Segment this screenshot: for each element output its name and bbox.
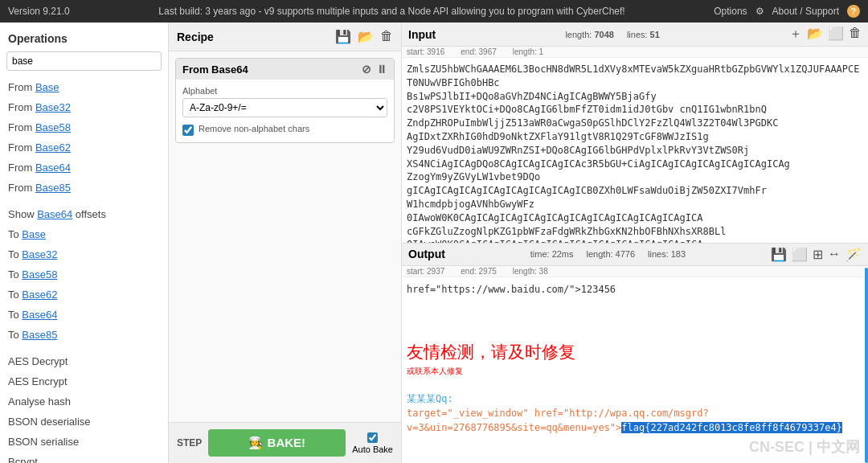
delete-recipe-icon[interactable]: 🗑 xyxy=(380,29,393,44)
input-stat-length: length: 7048 xyxy=(565,30,614,39)
recipe-empty-space xyxy=(169,150,401,422)
sidebar-item-to-base85[interactable]: To Base85 xyxy=(0,325,168,345)
output-pos-length: length: 38 xyxy=(513,267,548,276)
recipe-header-icons: 💾 📂 🗑 xyxy=(335,29,393,44)
sidebar-item-from-base85[interactable]: From Base85 xyxy=(0,178,168,198)
bake-button[interactable]: 🧑‍🍳 BAKE! xyxy=(208,429,346,457)
output-stat-lines: lines: 183 xyxy=(648,249,686,259)
sidebar-item-to-base62[interactable]: To Base62 xyxy=(0,285,168,305)
input-copy-icon[interactable]: ⬜ xyxy=(828,26,844,43)
output-line xyxy=(407,435,863,463)
auto-bake-wrap: Auto Bake xyxy=(352,432,393,454)
build-info: Last build: 3 years ago - v9 supports mu… xyxy=(158,6,624,17)
sidebar-item-show-base64-offsets[interactable]: Show Base64 offsets xyxy=(0,204,168,224)
input-title: Input xyxy=(408,28,436,41)
output-stats: time: 22ms length: 4776 lines: 183 xyxy=(530,249,686,259)
sidebar: Operations From Base From Base32 From Ba… xyxy=(0,23,169,463)
output-title: Output xyxy=(408,248,445,260)
auto-bake-label: Auto Bake xyxy=(352,445,393,454)
input-pos-length: length: 1 xyxy=(513,47,543,56)
input-pos-end: end: 3967 xyxy=(461,47,497,56)
output-stat-time: time: 22ms xyxy=(530,249,574,259)
sidebar-item-aes-encrypt[interactable]: AES Encrypt xyxy=(0,371,168,391)
load-recipe-icon[interactable]: 📂 xyxy=(358,29,374,44)
sidebar-item-from-base58[interactable]: From Base58 xyxy=(0,117,168,137)
right-panel: Input length: 7048 lines: 51 ＋ 📂 ⬜ 🗑 sta… xyxy=(402,23,868,463)
output-line: 某某某Qq: target="_view_window" href="http:… xyxy=(407,391,863,463)
step-name: From Base64 xyxy=(182,64,248,76)
output-line: 友情检测，请及时修复 xyxy=(407,340,863,366)
alphabet-select[interactable]: A-Za-z0-9+/= xyxy=(182,98,387,117)
sidebar-item-from-base64[interactable]: From Base64 xyxy=(0,158,168,178)
output-line: v=3&uin=2768776895&site=qq&menu=yes">fla… xyxy=(407,420,863,435)
sidebar-item-bcrypt[interactable]: Bcrypt xyxy=(0,452,168,463)
recipe-title: Recipe xyxy=(177,31,214,43)
sidebar-item-to-base58[interactable]: To Base58 xyxy=(0,264,168,285)
output-header: Output time: 22ms length: 4776 lines: 18… xyxy=(402,244,868,266)
right-links: Options ⚙ About / Support ? xyxy=(714,5,860,18)
disable-step-icon[interactable]: ⊘ xyxy=(362,63,371,76)
remove-nonalpha-checkbox[interactable] xyxy=(182,125,194,136)
recipe-step-header: From Base64 ⊘ ⏸ xyxy=(176,59,394,80)
output-icons: 💾 ⬜ ⊞ ↔ 🪄 xyxy=(771,247,862,262)
output-line xyxy=(407,377,863,391)
step-icons: ⊘ ⏸ xyxy=(362,63,387,76)
pause-step-icon[interactable]: ⏸ xyxy=(376,63,387,76)
output-pos-start: start: 2937 xyxy=(407,267,444,276)
input-pos-start: start: 3916 xyxy=(407,47,444,56)
output-save-icon[interactable]: 💾 xyxy=(771,247,787,262)
help-icon[interactable]: ? xyxy=(847,5,860,18)
output-magic-icon[interactable]: 🪄 xyxy=(845,247,862,262)
sidebar-item-analyse-hash[interactable]: Analyse hash xyxy=(0,391,168,412)
sidebar-title: Operations xyxy=(0,23,168,51)
step-label: STEP xyxy=(177,437,202,449)
recipe-step-body: Alphabet A-Za-z0-9+/= Remove non-alphabe… xyxy=(176,80,394,142)
sidebar-item-bson-serialise[interactable]: BSON serialise xyxy=(0,432,168,452)
output-line: 或联系本人修复 xyxy=(407,365,863,377)
main-layout: Operations From Base From Base32 From Ba… xyxy=(0,23,868,463)
sidebar-item-to-base[interactable]: To Base xyxy=(0,224,168,244)
output-line xyxy=(407,297,863,326)
output-maximise-icon[interactable]: ↔ xyxy=(828,247,841,262)
sidebar-item-from-base32[interactable]: From Base32 xyxy=(0,97,168,117)
input-textarea[interactable]: ZmlsZU5hbWChGAAAEM6L3BocHN8dWR5L1dXVy8xM… xyxy=(402,58,868,243)
recipe-step-from-base64: From Base64 ⊘ ⏸ Alphabet A-Za-z0-9+/= Re… xyxy=(175,58,395,143)
gear-icon[interactable]: ⚙ xyxy=(755,6,764,17)
flag-highlight: flag{227ad242fc8013c8fe8ff8f4679337e4} xyxy=(621,422,842,433)
output-content[interactable]: href="https://www.baidu.com/">123456 友情检… xyxy=(402,277,868,464)
save-recipe-icon[interactable]: 💾 xyxy=(335,29,351,44)
sidebar-item-to-base32[interactable]: To Base32 xyxy=(0,244,168,264)
input-clear-icon[interactable]: 🗑 xyxy=(849,26,862,43)
alphabet-label: Alphabet xyxy=(182,86,387,96)
auto-bake-checkbox[interactable] xyxy=(367,432,378,443)
input-icons: ＋ 📂 ⬜ 🗑 xyxy=(789,26,862,43)
topbar: Version 9.21.0 Last build: 3 years ago -… xyxy=(0,0,868,23)
recipe-panel: Recipe 💾 📂 🗑 From Base64 ⊘ ⏸ Alphabet A-… xyxy=(169,23,402,463)
recipe-footer: STEP 🧑‍🍳 BAKE! Auto Bake xyxy=(169,422,401,463)
output-line: href="https://www.baidu.com/">123456 xyxy=(407,282,863,297)
sidebar-item-from-base[interactable]: From Base xyxy=(0,77,168,97)
recipe-header: Recipe 💾 📂 🗑 xyxy=(169,23,401,51)
sidebar-item-bson-deserialise[interactable]: BSON deserialise xyxy=(0,412,168,432)
about-link[interactable]: About / Support xyxy=(772,6,839,17)
input-panel: Input length: 7048 lines: 51 ＋ 📂 ⬜ 🗑 sta… xyxy=(402,23,868,244)
sidebar-item-from-base62[interactable]: From Base62 xyxy=(0,137,168,158)
output-panel: Output time: 22ms length: 4776 lines: 18… xyxy=(402,244,868,464)
options-link[interactable]: Options xyxy=(714,6,747,17)
input-pos-bar: start: 3916 end: 3967 length: 1 xyxy=(402,47,868,58)
input-stats: length: 7048 lines: 51 xyxy=(565,30,659,39)
sidebar-item-to-base64[interactable]: To Base64 xyxy=(0,305,168,325)
output-stat-length: length: 4776 xyxy=(587,249,636,259)
output-window-icon[interactable]: ⊞ xyxy=(813,247,823,262)
remove-nonalpha-row: Remove non-alphabet chars xyxy=(182,124,387,136)
sidebar-item-aes-decrypt[interactable]: AES Decrypt xyxy=(0,351,168,371)
remove-nonalpha-label: Remove non-alphabet chars xyxy=(199,124,309,133)
version-label: Version 9.21.0 xyxy=(8,6,70,17)
output-line xyxy=(407,326,863,340)
output-copy-icon[interactable]: ⬜ xyxy=(792,247,808,262)
input-add-icon[interactable]: ＋ xyxy=(789,26,802,43)
input-folder-icon[interactable]: 📂 xyxy=(807,26,823,43)
search-input[interactable] xyxy=(6,51,162,71)
output-pos-end: end: 2975 xyxy=(461,267,497,276)
output-pos-bar: start: 2937 end: 2975 length: 38 xyxy=(402,266,868,277)
